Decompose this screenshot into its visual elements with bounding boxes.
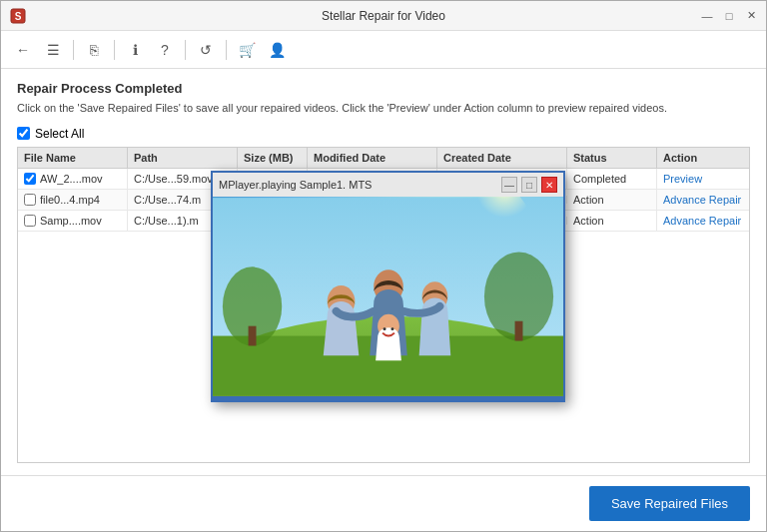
toolbar-separator-3 xyxy=(185,40,186,60)
app-icon: S xyxy=(9,7,27,25)
row1-filename-cell: AW_2....mov xyxy=(18,169,128,189)
col-header-created: Created Date xyxy=(437,148,567,168)
video-popup: MPlayer.playing Sample1. MTS — □ ✕ xyxy=(211,171,565,402)
refresh-button[interactable]: ↺ xyxy=(194,38,218,62)
row3-advance-repair-link[interactable]: Advance Repair xyxy=(663,215,741,227)
svg-point-15 xyxy=(390,327,393,330)
help-button[interactable]: ? xyxy=(153,38,177,62)
user-button[interactable]: 👤 xyxy=(265,38,289,62)
minimize-button[interactable]: — xyxy=(700,9,714,23)
row1-status: Completed xyxy=(567,169,657,189)
video-border-bottom xyxy=(213,396,563,400)
video-popup-title: MPlayer.playing Sample1. MTS xyxy=(219,179,372,191)
video-close-button[interactable]: ✕ xyxy=(541,177,557,193)
title-bar: S Stellar Repair for Video — □ ✕ xyxy=(1,1,766,31)
row2-action-cell: Advance Repair xyxy=(657,190,749,210)
row1-filename: AW_2....mov xyxy=(40,173,103,185)
close-button[interactable]: ✕ xyxy=(744,9,758,23)
status-title: Repair Process Completed xyxy=(17,81,750,96)
row3-checkbox[interactable] xyxy=(24,215,36,227)
title-bar-left: S xyxy=(9,7,27,25)
window-title: Stellar Repair for Video xyxy=(322,9,445,23)
video-minimize-button[interactable]: — xyxy=(501,177,517,193)
save-repaired-files-button[interactable]: Save Repaired Files xyxy=(589,486,750,521)
back-button[interactable]: ← xyxy=(11,38,35,62)
row1-preview-link[interactable]: Preview xyxy=(663,173,702,185)
col-header-size: Size (MB) xyxy=(238,148,308,168)
video-restore-button[interactable]: □ xyxy=(521,177,537,193)
maximize-button[interactable]: □ xyxy=(722,9,736,23)
bottom-bar: Save Repaired Files xyxy=(1,475,766,531)
video-popup-controls: — □ ✕ xyxy=(501,177,557,193)
video-content xyxy=(213,197,563,396)
info-button[interactable]: ℹ xyxy=(123,38,147,62)
row3-filename-cell: Samp....mov xyxy=(18,211,128,231)
select-all-label: Select All xyxy=(35,127,84,141)
row2-filename: file0...4.mp4 xyxy=(40,194,100,206)
svg-point-14 xyxy=(384,327,386,330)
family-svg xyxy=(213,197,563,396)
toolbar: ← ☰ ⎘ ℹ ? ↺ 🛒 👤 xyxy=(1,31,766,69)
menu-button[interactable]: ☰ xyxy=(41,38,65,62)
photo-scene xyxy=(213,197,563,396)
row2-advance-repair-link[interactable]: Advance Repair xyxy=(663,194,741,206)
svg-text:S: S xyxy=(15,11,22,22)
row3-filename: Samp....mov xyxy=(40,215,102,227)
cart-button[interactable]: 🛒 xyxy=(235,38,259,62)
toolbar-separator-2 xyxy=(114,40,115,60)
row2-filename-cell: file0...4.mp4 xyxy=(18,190,128,210)
svg-rect-9 xyxy=(515,321,523,341)
video-popup-titlebar: MPlayer.playing Sample1. MTS — □ ✕ xyxy=(213,173,563,197)
col-header-modified: Modified Date xyxy=(308,148,437,168)
select-all-checkbox[interactable] xyxy=(17,127,30,140)
toolbar-separator-4 xyxy=(226,40,227,60)
table-header: File Name Path Size (MB) Modified Date C… xyxy=(18,148,749,169)
svg-rect-7 xyxy=(249,326,257,346)
col-header-path: Path xyxy=(128,148,238,168)
row1-action-cell: Preview xyxy=(657,169,749,189)
status-description: Click on the 'Save Repaired Files' to sa… xyxy=(17,100,750,117)
select-all-row: Select All xyxy=(17,127,750,141)
copy-button[interactable]: ⎘ xyxy=(82,38,106,62)
row2-status: Action xyxy=(567,190,657,210)
row2-checkbox[interactable] xyxy=(24,194,36,206)
main-window: S Stellar Repair for Video — □ ✕ ← ☰ ⎘ ℹ… xyxy=(0,0,767,532)
col-header-status: Status xyxy=(567,148,657,168)
title-bar-controls: — □ ✕ xyxy=(700,9,758,23)
row1-checkbox[interactable] xyxy=(24,173,36,185)
row3-action-cell: Advance Repair xyxy=(657,211,749,231)
toolbar-separator-1 xyxy=(73,40,74,60)
row3-status: Action xyxy=(567,211,657,231)
col-header-filename: File Name xyxy=(18,148,128,168)
col-header-action: Action xyxy=(657,148,749,168)
